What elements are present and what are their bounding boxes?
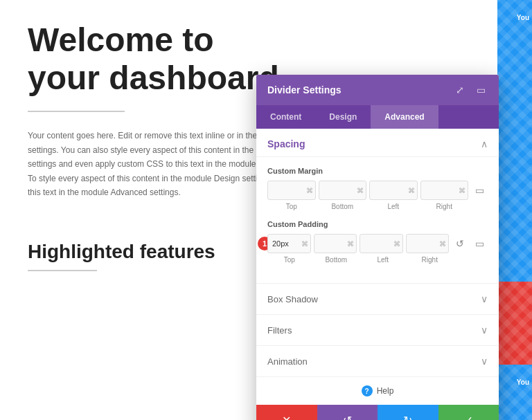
panel-collapse-icon[interactable]: ▭ [474, 83, 488, 97]
tab-advanced[interactable]: Advanced [371, 105, 438, 129]
margin-top-label: Top [267, 203, 316, 210]
custom-padding-row: 1 ⌘ ⌘ ⌘ ⌘ [267, 234, 488, 253]
box-shadow-chevron-icon: ∨ [481, 293, 488, 304]
padding-left-link-icon: ⌘ [393, 240, 400, 248]
panel-tabs: Content Design Advanced [256, 105, 499, 129]
padding-bottom-link-icon: ⌘ [347, 240, 354, 248]
padding-bottom-wrapper: ⌘ [314, 234, 357, 253]
cancel-button[interactable]: ✕ [256, 405, 317, 420]
padding-input-labels: Top Bottom Left Right [267, 256, 488, 264]
panel-header: Divider Settings ⤢ ▭ [256, 75, 499, 105]
tab-design[interactable]: Design [315, 105, 371, 129]
strip-you-label-top: You [517, 14, 529, 21]
spacing-section-chevron-icon: ∧ [481, 138, 488, 149]
undo-button[interactable]: ↺ [317, 405, 378, 420]
margin-left-link-icon: ⌘ [408, 187, 415, 194]
padding-left-label: Left [361, 256, 405, 264]
redo-button[interactable]: ↻ [378, 405, 438, 420]
strip-blue-bottom: You [497, 365, 532, 420]
tab-content[interactable]: Content [256, 105, 315, 129]
padding-left-wrapper: ⌘ [360, 234, 403, 253]
spacing-section-title: Spacing [267, 138, 305, 149]
margin-input-labels: Top Bottom Left Right [267, 203, 488, 210]
padding-reset-icon[interactable]: ↺ [452, 234, 468, 253]
panel-footer: ✕ ↺ ↻ ✓ [256, 405, 499, 420]
margin-right-label: Right [420, 203, 469, 210]
padding-top-label: Top [267, 256, 312, 264]
page-footer-divider-line [28, 270, 97, 271]
padding-right-label: Right [408, 256, 452, 264]
padding-right-wrapper: ⌘ [406, 234, 450, 253]
settings-panel: Divider Settings ⤢ ▭ Content Design Adva… [256, 75, 499, 420]
custom-margin-inputs: ⌘ ⌘ ⌘ ⌘ ▭ [267, 181, 488, 200]
margin-left-wrapper: ⌘ [369, 181, 418, 200]
padding-responsive-icon[interactable]: ▭ [471, 234, 488, 253]
margin-top-wrapper: ⌘ [267, 181, 316, 200]
custom-padding-label: Custom Padding [267, 220, 488, 228]
padding-top-link-icon: ⌘ [301, 240, 308, 248]
right-sidebar-strips: You You [497, 0, 532, 420]
strip-you-label-bottom: You [517, 378, 529, 386]
animation-section[interactable]: Animation ∨ [256, 345, 499, 376]
margin-bottom-wrapper: ⌘ [319, 181, 367, 200]
panel-header-icons: ⤢ ▭ [453, 83, 488, 97]
panel-expand-icon[interactable]: ⤢ [453, 83, 467, 97]
help-icon: ? [362, 385, 373, 396]
padding-right-link-icon: ⌘ [439, 240, 446, 248]
filters-section[interactable]: Filters ∨ [256, 314, 499, 345]
margin-bottom-label: Bottom [319, 203, 367, 210]
margin-right-wrapper: ⌘ [420, 181, 469, 200]
filters-chevron-icon: ∨ [481, 325, 488, 336]
margin-top-link-icon: ⌘ [306, 187, 313, 194]
padding-bottom-label: Bottom [314, 256, 359, 264]
custom-padding-inputs: ⌘ ⌘ ⌘ ⌘ ↺ ▭ [267, 234, 488, 253]
spacing-section-header[interactable]: Spacing ∧ [256, 129, 499, 157]
strip-red-middle [497, 282, 532, 365]
help-row: ? Help [256, 376, 499, 405]
spacing-section-body: Custom Margin ⌘ ⌘ ⌘ ⌘ ▭ [256, 157, 499, 283]
help-text: Help [377, 386, 394, 396]
margin-bottom-link-icon: ⌘ [357, 187, 364, 194]
padding-top-wrapper: ⌘ [267, 234, 311, 253]
margin-responsive-icon[interactable]: ▭ [471, 181, 488, 200]
animation-chevron-icon: ∨ [481, 356, 488, 367]
panel-body: Spacing ∧ Custom Margin ⌘ ⌘ ⌘ [256, 129, 499, 405]
save-button[interactable]: ✓ [438, 405, 499, 420]
custom-margin-label: Custom Margin [267, 167, 488, 175]
margin-right-link-icon: ⌘ [459, 187, 466, 194]
box-shadow-section[interactable]: Box Shadow ∨ [256, 283, 499, 314]
animation-label: Animation [267, 356, 308, 367]
margin-left-label: Left [369, 203, 418, 210]
panel-title: Divider Settings [267, 84, 342, 95]
box-shadow-label: Box Shadow [267, 294, 318, 304]
page-divider-line [28, 111, 125, 112]
strip-blue-top: You [497, 0, 532, 282]
filters-label: Filters [267, 325, 292, 336]
